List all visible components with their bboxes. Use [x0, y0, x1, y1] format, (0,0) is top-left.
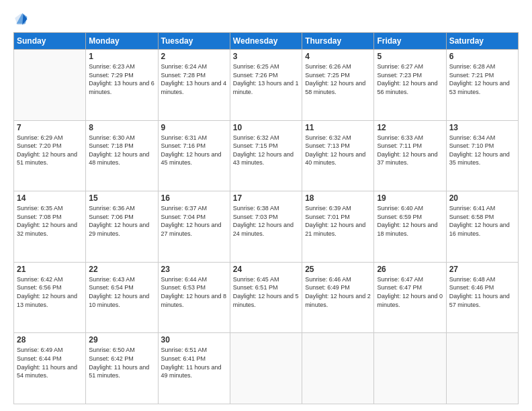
cell-info: Sunrise: 6:27 AMSunset: 7:23 PMDaylight:…	[377, 62, 443, 96]
day-number: 8	[89, 123, 154, 132]
day-number: 28	[17, 335, 83, 345]
day-number: 23	[161, 265, 227, 274]
calendar-cell: 19Sunrise: 6:40 AMSunset: 6:59 PMDayligh…	[374, 191, 446, 263]
calendar-cell: 8Sunrise: 6:30 AMSunset: 7:18 PMDaylight…	[86, 120, 158, 191]
day-number: 2	[161, 52, 227, 61]
calendar-cell: 4Sunrise: 6:26 AMSunset: 7:25 PMDaylight…	[302, 50, 374, 121]
day-number: 7	[17, 123, 83, 132]
calendar-cell: 12Sunrise: 6:33 AMSunset: 7:11 PMDayligh…	[374, 120, 446, 191]
page: SundayMondayTuesdayWednesdayThursdayFrid…	[0, 0, 532, 411]
cell-info: Sunrise: 6:39 AMSunset: 7:01 PMDaylight:…	[305, 204, 371, 238]
cell-info: Sunrise: 6:29 AMSunset: 7:20 PMDaylight:…	[17, 134, 83, 167]
day-number: 21	[17, 265, 83, 274]
cell-info: Sunrise: 6:37 AMSunset: 7:04 PMDaylight:…	[161, 204, 227, 238]
calendar-cell: 11Sunrise: 6:32 AMSunset: 7:13 PMDayligh…	[302, 120, 374, 191]
weekday-header-monday: Monday	[86, 33, 158, 50]
day-number: 20	[449, 193, 515, 203]
cell-info: Sunrise: 6:26 AMSunset: 7:25 PMDaylight:…	[305, 62, 371, 96]
weekday-header-wednesday: Wednesday	[230, 33, 302, 50]
calendar-cell: 26Sunrise: 6:47 AMSunset: 6:47 PMDayligh…	[374, 262, 446, 333]
calendar-cell: 1Sunrise: 6:23 AMSunset: 7:29 PMDaylight…	[86, 50, 158, 121]
day-number: 12	[377, 123, 443, 132]
calendar-cell: 18Sunrise: 6:39 AMSunset: 7:01 PMDayligh…	[302, 191, 374, 263]
day-number: 9	[161, 123, 227, 132]
calendar-cell: 9Sunrise: 6:31 AMSunset: 7:16 PMDaylight…	[158, 120, 230, 191]
cell-info: Sunrise: 6:50 AMSunset: 6:42 PMDaylight:…	[89, 346, 154, 379]
cell-info: Sunrise: 6:28 AMSunset: 7:21 PMDaylight:…	[449, 62, 515, 96]
cell-info: Sunrise: 6:38 AMSunset: 7:03 PMDaylight:…	[233, 204, 299, 238]
cell-info: Sunrise: 6:23 AMSunset: 7:29 PMDaylight:…	[89, 62, 154, 96]
logo-icon	[13, 12, 28, 27]
day-number: 11	[305, 123, 371, 132]
day-number: 16	[161, 193, 227, 203]
weekday-header-sunday: Sunday	[14, 33, 86, 50]
calendar-week-3: 14Sunrise: 6:35 AMSunset: 7:08 PMDayligh…	[14, 191, 519, 263]
calendar-week-4: 21Sunrise: 6:42 AMSunset: 6:56 PMDayligh…	[14, 262, 519, 333]
calendar-cell: 27Sunrise: 6:48 AMSunset: 6:46 PMDayligh…	[446, 262, 518, 333]
cell-info: Sunrise: 6:43 AMSunset: 6:54 PMDaylight:…	[89, 275, 154, 309]
cell-info: Sunrise: 6:35 AMSunset: 7:08 PMDaylight:…	[17, 204, 83, 238]
calendar-cell: 24Sunrise: 6:45 AMSunset: 6:51 PMDayligh…	[230, 262, 302, 333]
calendar-cell	[374, 333, 446, 404]
day-number: 5	[377, 52, 443, 61]
calendar-cell: 6Sunrise: 6:28 AMSunset: 7:21 PMDaylight…	[446, 50, 518, 121]
cell-info: Sunrise: 6:42 AMSunset: 6:56 PMDaylight:…	[17, 275, 83, 309]
weekday-header-tuesday: Tuesday	[158, 33, 230, 50]
day-number: 24	[233, 265, 299, 274]
cell-info: Sunrise: 6:30 AMSunset: 7:18 PMDaylight:…	[89, 134, 154, 167]
cell-info: Sunrise: 6:33 AMSunset: 7:11 PMDaylight:…	[377, 134, 443, 167]
calendar-cell: 28Sunrise: 6:49 AMSunset: 6:44 PMDayligh…	[14, 333, 86, 404]
cell-info: Sunrise: 6:44 AMSunset: 6:53 PMDaylight:…	[161, 275, 227, 309]
calendar-cell: 5Sunrise: 6:27 AMSunset: 7:23 PMDaylight…	[374, 50, 446, 121]
calendar-cell: 22Sunrise: 6:43 AMSunset: 6:54 PMDayligh…	[86, 262, 158, 333]
day-number: 30	[161, 335, 227, 345]
day-number: 18	[305, 193, 371, 203]
calendar-cell: 20Sunrise: 6:41 AMSunset: 6:58 PMDayligh…	[446, 191, 518, 263]
weekday-header-row: SundayMondayTuesdayWednesdayThursdayFrid…	[14, 33, 519, 50]
day-number: 26	[377, 265, 443, 274]
calendar-cell: 15Sunrise: 6:36 AMSunset: 7:06 PMDayligh…	[86, 191, 158, 263]
day-number: 29	[89, 335, 154, 345]
day-number: 1	[89, 52, 154, 61]
calendar-cell: 29Sunrise: 6:50 AMSunset: 6:42 PMDayligh…	[86, 333, 158, 404]
cell-info: Sunrise: 6:51 AMSunset: 6:41 PMDaylight:…	[161, 346, 227, 379]
cell-info: Sunrise: 6:48 AMSunset: 6:46 PMDaylight:…	[449, 275, 515, 309]
calendar-cell	[302, 333, 374, 404]
day-number: 15	[89, 193, 154, 203]
cell-info: Sunrise: 6:32 AMSunset: 7:15 PMDaylight:…	[233, 134, 299, 167]
calendar-cell	[14, 50, 86, 121]
header	[13, 12, 519, 27]
calendar-cell: 17Sunrise: 6:38 AMSunset: 7:03 PMDayligh…	[230, 191, 302, 263]
cell-info: Sunrise: 6:31 AMSunset: 7:16 PMDaylight:…	[161, 134, 227, 167]
calendar-cell: 2Sunrise: 6:24 AMSunset: 7:28 PMDaylight…	[158, 50, 230, 121]
cell-info: Sunrise: 6:41 AMSunset: 6:58 PMDaylight:…	[449, 204, 515, 238]
calendar-cell: 23Sunrise: 6:44 AMSunset: 6:53 PMDayligh…	[158, 262, 230, 333]
cell-info: Sunrise: 6:46 AMSunset: 6:49 PMDaylight:…	[305, 275, 371, 309]
cell-info: Sunrise: 6:25 AMSunset: 7:26 PMDaylight:…	[233, 62, 299, 96]
calendar-cell: 16Sunrise: 6:37 AMSunset: 7:04 PMDayligh…	[158, 191, 230, 263]
calendar-week-5: 28Sunrise: 6:49 AMSunset: 6:44 PMDayligh…	[14, 333, 519, 404]
calendar-table: SundayMondayTuesdayWednesdayThursdayFrid…	[13, 32, 519, 404]
calendar-cell	[446, 333, 518, 404]
weekday-header-thursday: Thursday	[302, 33, 374, 50]
day-number: 10	[233, 123, 299, 132]
cell-info: Sunrise: 6:24 AMSunset: 7:28 PMDaylight:…	[161, 62, 227, 96]
calendar-cell: 7Sunrise: 6:29 AMSunset: 7:20 PMDaylight…	[14, 120, 86, 191]
weekday-header-friday: Friday	[374, 33, 446, 50]
day-number: 27	[449, 265, 515, 274]
day-number: 3	[233, 52, 299, 61]
calendar-cell: 30Sunrise: 6:51 AMSunset: 6:41 PMDayligh…	[158, 333, 230, 404]
day-number: 14	[17, 193, 83, 203]
calendar-week-1: 1Sunrise: 6:23 AMSunset: 7:29 PMDaylight…	[14, 50, 519, 121]
cell-info: Sunrise: 6:34 AMSunset: 7:10 PMDaylight:…	[449, 134, 515, 167]
calendar-cell: 21Sunrise: 6:42 AMSunset: 6:56 PMDayligh…	[14, 262, 86, 333]
cell-info: Sunrise: 6:49 AMSunset: 6:44 PMDaylight:…	[17, 346, 83, 379]
calendar-cell: 3Sunrise: 6:25 AMSunset: 7:26 PMDaylight…	[230, 50, 302, 121]
day-number: 19	[377, 193, 443, 203]
calendar-cell: 10Sunrise: 6:32 AMSunset: 7:15 PMDayligh…	[230, 120, 302, 191]
day-number: 17	[233, 193, 299, 203]
cell-info: Sunrise: 6:45 AMSunset: 6:51 PMDaylight:…	[233, 275, 299, 309]
calendar-cell: 25Sunrise: 6:46 AMSunset: 6:49 PMDayligh…	[302, 262, 374, 333]
cell-info: Sunrise: 6:36 AMSunset: 7:06 PMDaylight:…	[89, 204, 154, 238]
logo	[13, 12, 30, 27]
